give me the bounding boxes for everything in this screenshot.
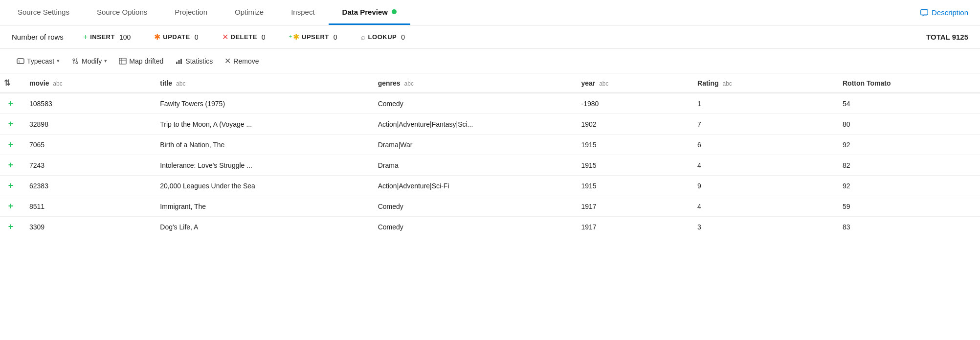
stat-total: TOTAL 9125 [926, 33, 968, 41]
cell-rotten_tomatoes: 54 [835, 93, 980, 114]
cell-rotten_tomatoes: 59 [835, 196, 980, 217]
update-icon: ✱ [154, 32, 160, 42]
lookup-icon: ⌕ [361, 33, 366, 42]
cell-genres: Comedy [370, 93, 574, 114]
tab-optimize[interactable]: Optimize [221, 0, 277, 25]
cell-genres: Action|Adventure|Fantasy|Sci... [370, 114, 574, 135]
svg-point-4 [76, 62, 78, 64]
typecast-icon: T [17, 57, 24, 65]
data-table-container: ⇅ movie abc title abc genres abc year ab… [0, 73, 980, 337]
top-nav: Source Settings Source Options Projectio… [0, 0, 980, 25]
col-header-rating[interactable]: Rating abc [690, 73, 835, 93]
svg-rect-12 [180, 59, 182, 64]
cell-rating: 6 [690, 135, 835, 155]
row-indicator: + [0, 176, 22, 196]
toolbar: T Typecast ▾ Modify ▾ Map drifted Statis… [0, 49, 980, 73]
col-year-type: abc [599, 80, 608, 87]
cell-rating: 7 [690, 114, 835, 135]
stat-delete: ✕ DELETE 0 [222, 32, 266, 42]
cell-title: 20,000 Leagues Under the Sea [152, 176, 370, 196]
stats-bar: Number of rows + INSERT 100 ✱ UPDATE 0 ✕… [0, 25, 980, 49]
cell-genres: Comedy [370, 196, 574, 217]
cell-movie: 7243 [22, 155, 152, 176]
cell-year: 1917 [573, 217, 690, 237]
delete-icon: ✕ [222, 32, 228, 42]
col-header-title[interactable]: title abc [152, 73, 370, 93]
remove-button[interactable]: ✕ Remove [220, 54, 264, 68]
cell-rating: 4 [690, 196, 835, 217]
insert-icon: + [83, 33, 88, 42]
map-drifted-icon [119, 57, 127, 65]
row-indicator: + [0, 217, 22, 237]
cell-genres: Comedy [370, 217, 574, 237]
cell-title: Fawlty Towers (1975) [152, 93, 370, 114]
insert-value: 100 [119, 33, 131, 41]
delete-value: 0 [262, 33, 266, 41]
statistics-icon [175, 57, 183, 65]
col-rating-type: abc [722, 80, 732, 87]
modify-chevron: ▾ [104, 58, 107, 64]
table-row: +7065Birth of a Nation, TheDrama|War1915… [0, 135, 980, 155]
cell-title: Intolerance: Love's Struggle ... [152, 155, 370, 176]
cell-rotten_tomatoes: 80 [835, 114, 980, 135]
chat-icon [920, 8, 929, 17]
col-header-sort[interactable]: ⇅ [0, 73, 22, 93]
table-row: +108583Fawlty Towers (1975)Comedy-198015… [0, 93, 980, 114]
modify-button[interactable]: Modify ▾ [67, 55, 112, 68]
row-indicator: + [0, 155, 22, 176]
col-title-type: abc [176, 80, 185, 87]
lookup-label: LOOKUP [368, 33, 397, 41]
svg-rect-7 [119, 58, 126, 64]
remove-icon: ✕ [224, 56, 231, 66]
cell-movie: 32898 [22, 114, 152, 135]
update-value: 0 [195, 33, 199, 41]
upsert-icon-star: ✱ [293, 32, 299, 42]
tab-data-preview[interactable]: Data Preview [329, 0, 410, 25]
tab-projection[interactable]: Projection [161, 0, 221, 25]
cell-year: -1980 [573, 93, 690, 114]
tab-inspect[interactable]: Inspect [277, 0, 328, 25]
col-movie-type: abc [53, 80, 62, 87]
typecast-chevron: ▾ [57, 58, 60, 64]
cell-rating: 4 [690, 155, 835, 176]
col-header-genres[interactable]: genres abc [370, 73, 574, 93]
table-row: +3309Dog's Life, AComedy1917383 [0, 217, 980, 237]
cell-rotten_tomatoes: 82 [835, 155, 980, 176]
col-header-year[interactable]: year abc [573, 73, 690, 93]
update-label: UPDATE [163, 33, 190, 41]
svg-rect-10 [176, 62, 178, 64]
cell-genres: Action|Adventure|Sci-Fi [370, 176, 574, 196]
row-indicator: + [0, 135, 22, 155]
table-row: +8511Immigrant, TheComedy1917459 [0, 196, 980, 217]
cell-movie: 108583 [22, 93, 152, 114]
cell-rotten_tomatoes: 92 [835, 135, 980, 155]
tab-source-settings[interactable]: Source Settings [4, 0, 83, 25]
svg-point-3 [73, 59, 75, 61]
stat-insert: + INSERT 100 [83, 33, 131, 42]
description-button[interactable]: Description [912, 0, 976, 25]
cell-rotten_tomatoes: 92 [835, 176, 980, 196]
cell-movie: 8511 [22, 196, 152, 217]
map-drifted-button[interactable]: Map drifted [114, 55, 168, 68]
row-indicator: + [0, 196, 22, 217]
table-row: +7243Intolerance: Love's Struggle ...Dra… [0, 155, 980, 176]
delete-label: DELETE [231, 33, 257, 41]
table-body: +108583Fawlty Towers (1975)Comedy-198015… [0, 93, 980, 237]
col-header-rotten-tomatoes[interactable]: Rotton Tomato [835, 73, 980, 93]
svg-rect-0 [921, 9, 928, 15]
cell-movie: 7065 [22, 135, 152, 155]
cell-year: 1902 [573, 114, 690, 135]
typecast-button[interactable]: T Typecast ▾ [12, 55, 65, 68]
cell-year: 1915 [573, 135, 690, 155]
cell-rating: 3 [690, 217, 835, 237]
upsert-icon-plus: + [289, 33, 292, 39]
cell-title: Trip to the Moon, A (Voyage ... [152, 114, 370, 135]
cell-movie: 62383 [22, 176, 152, 196]
statistics-button[interactable]: Statistics [170, 55, 218, 68]
svg-rect-11 [178, 60, 180, 64]
col-header-movie[interactable]: movie abc [22, 73, 152, 93]
cell-title: Immigrant, The [152, 196, 370, 217]
cell-genres: Drama|War [370, 135, 574, 155]
tab-source-options[interactable]: Source Options [83, 0, 161, 25]
stat-update: ✱ UPDATE 0 [154, 32, 198, 42]
